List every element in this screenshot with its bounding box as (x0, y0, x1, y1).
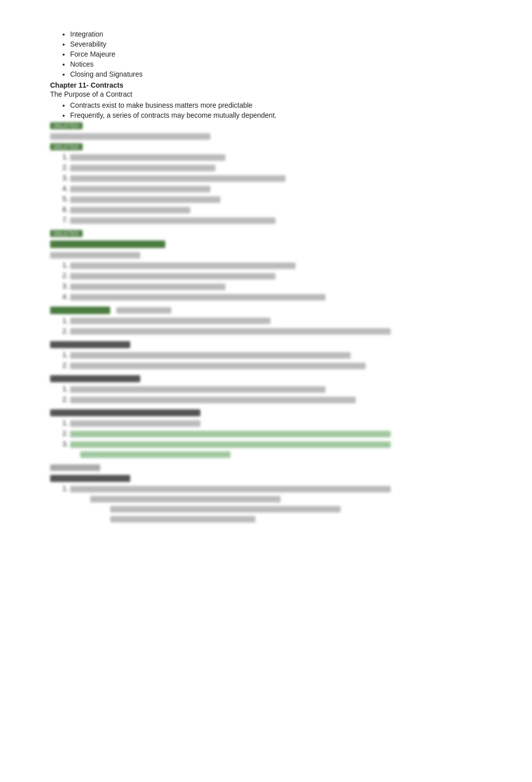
blurred-section-7 (50, 463, 492, 522)
blurred-item-5-1 (70, 385, 492, 393)
list-item-force-majeure: Force Majeure (70, 50, 492, 58)
list-item-notices: Notices (70, 60, 492, 68)
blurred-item-7 (70, 216, 492, 224)
blurred-numbered-list-6 (50, 419, 492, 458)
purpose-heading: The Purpose of a Contract (50, 90, 492, 98)
blurred-item-4 (70, 184, 492, 192)
blurred-item-4-1 (70, 351, 492, 359)
blurred-item-2-1 (70, 261, 492, 269)
list-item-closing: Closing and Signatures (70, 70, 492, 78)
blurred-item-4-2 (70, 361, 492, 369)
chapter-heading: Chapter 11- Contracts (50, 81, 492, 89)
top-bullet-list: Integration Severability Force Majeure N… (50, 30, 492, 78)
blurred-item-6-2 (70, 429, 492, 437)
purpose-item-2: Frequently, a series of contracts may be… (70, 111, 492, 119)
blurred-item-3-2 (70, 327, 492, 335)
blurred-item-7-1 (70, 484, 492, 523)
purpose-bullet-list: Contracts exist to make business matters… (50, 101, 492, 119)
blurred-section-1: DELETED DELETED (50, 121, 492, 224)
green-tag-3: DELETED (50, 230, 83, 237)
blurred-item-2-3 (70, 282, 492, 290)
blurred-section-4 (50, 340, 492, 369)
blurred-item-5 (70, 195, 492, 203)
blurred-item-2-4 (70, 293, 492, 301)
blurred-numbered-list-7 (50, 484, 492, 523)
blurred-section-2: DELETED (50, 229, 492, 301)
blurred-numbered-list-2 (50, 261, 492, 301)
green-tag-2: DELETED (50, 143, 83, 150)
blurred-item-2 (70, 163, 492, 171)
blurred-item-6-1 (70, 419, 492, 427)
blurred-item-3-1 (70, 317, 492, 325)
blurred-numbered-list-3 (50, 317, 492, 335)
blurred-numbered-list-4 (50, 351, 492, 369)
blurred-section-3 (50, 306, 492, 335)
blurred-item-3 (70, 174, 492, 182)
blurred-numbered-list-5 (50, 385, 492, 403)
purpose-item-1: Contracts exist to make business matters… (70, 101, 492, 109)
blurred-numbered-list-1 (50, 153, 492, 224)
blurred-item-2-2 (70, 272, 492, 280)
section-title-1 (50, 132, 210, 140)
blurred-item-6-3 (70, 440, 492, 458)
blurred-item-5-2 (70, 395, 492, 403)
blurred-item-6 (70, 205, 492, 213)
blurred-item-1 (70, 153, 492, 161)
blurred-section-6 (50, 408, 492, 458)
green-tag-1: DELETED (50, 122, 83, 129)
list-item-integration: Integration (70, 30, 492, 38)
list-item-severability: Severability (70, 40, 492, 48)
blurred-section-5 (50, 374, 492, 403)
